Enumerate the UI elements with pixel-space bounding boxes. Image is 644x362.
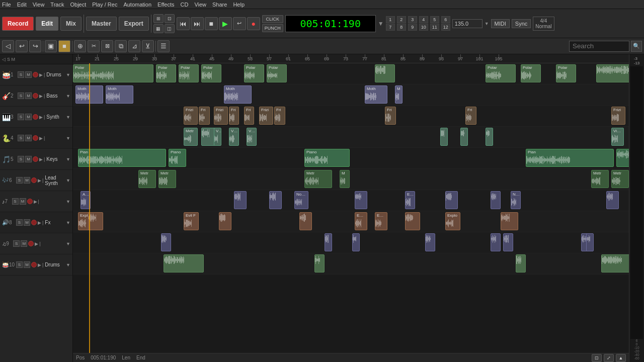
track-3-rec[interactable] [33,114,38,120]
search-icon[interactable]: 🔍 [631,41,642,52]
fit-btn[interactable]: ⊡ [592,354,602,362]
record-button[interactable]: Record [2,17,34,31]
track-6-vol[interactable]: | [42,178,43,183]
track-5-expand[interactable]: ▼ [66,157,70,162]
clip-t3-6[interactable]: Fri [274,107,285,125]
track-lane-8[interactable]: ExploEvil FEvil FEvil FExploExplo [73,211,629,232]
clip-t7-2[interactable] [269,191,282,209]
clip-t8-4[interactable] [299,212,312,230]
clip-t1-8[interactable]: Polar [521,64,541,82]
track-1-more[interactable]: ▶ [39,72,43,77]
track-3-mute[interactable]: M [25,114,32,120]
clip-t8-3[interactable] [219,212,231,230]
clip-t1-5[interactable]: Polar [267,64,287,82]
track-1-rec[interactable] [33,72,38,77]
clip-t7-9[interactable] [606,191,619,209]
num-9[interactable]: 9 [408,24,417,31]
tool-cut[interactable]: ✂ [88,40,100,52]
clip-t7-3[interactable]: Noise [294,191,308,209]
track-9-rec[interactable] [28,241,34,246]
clip-t9-4[interactable] [491,233,501,251]
track-9-solo[interactable]: S [13,240,20,247]
track-5-rec[interactable] [33,156,38,162]
track-8-solo[interactable]: S [16,219,23,226]
tool-color[interactable]: ■ [58,40,70,52]
clip-t3-9[interactable]: Frizi [611,107,625,125]
clip-t4-4[interactable]: Viper [247,128,257,146]
tool-glue[interactable]: ⊠ [101,40,113,52]
track-lane-2[interactable]: MothMothMothMothM [73,84,629,106]
clip-t4-0[interactable]: Metr [184,128,198,146]
track-2-mute[interactable]: M [25,93,32,99]
track-1-solo[interactable]: S [18,71,24,78]
tool-move[interactable]: ⊿ [128,40,140,52]
bpm-input[interactable] [452,19,482,28]
track-10-mute[interactable]: M [24,261,30,268]
track-6-solo[interactable]: S [16,177,23,184]
clip-t3-1[interactable]: Fri [199,107,210,125]
clip-t4-5[interactable] [440,128,448,146]
clip-t3-3[interactable]: Fri [229,107,239,125]
clip-t1-1[interactable]: Polar [156,64,176,82]
track-6-expand[interactable]: ▼ [66,178,70,183]
track-5-vol[interactable]: | [44,157,45,162]
prev-button[interactable]: ⏭ [191,17,204,30]
icon-btn-2[interactable]: ⊡ [165,14,175,23]
track-5-mute[interactable]: M [25,156,32,162]
menu-file[interactable]: File [2,2,11,8]
track-lane-7[interactable]: AtomNoiseEvil FNoise [73,190,629,211]
clip-t2-3[interactable]: Moth [365,85,387,104]
clip-t6-2[interactable]: Metr [304,170,332,188]
track-2-vol[interactable]: | [44,94,45,99]
track-4-more[interactable]: ▶ [39,136,43,141]
rewind-button[interactable]: ⏮ [177,17,190,30]
clip-t3-5[interactable]: Frizi [259,107,273,125]
track-8-mute[interactable]: M [24,219,30,226]
clip-t5-4[interactable] [616,149,629,167]
clip-t9-2[interactable] [352,233,360,251]
track-4-mute[interactable]: M [25,135,32,141]
track-lane-1[interactable]: PolarPolarPolarPolarPolarPolarPolarPolar… [73,63,629,84]
track-1-vol[interactable]: | [44,72,45,77]
tracks-canvas[interactable]: PolarPolarPolarPolarPolarPolarPolarPolar… [73,63,629,353]
track-10-rec[interactable] [31,262,37,267]
track-4-expand[interactable]: ▼ [66,136,70,141]
track-5-more[interactable]: ▶ [39,157,43,162]
tool-copy[interactable]: ⧉ [115,40,127,52]
clip-t5-1[interactable]: Piano [169,149,186,167]
menu-object[interactable]: Object [70,2,86,8]
clip-t8-2[interactable]: Evil F [184,212,199,230]
menu-track[interactable]: Track [50,2,64,8]
track-lane-9[interactable] [73,232,629,253]
num-5[interactable]: 5 [430,16,439,23]
track-7-mute[interactable]: M [20,198,26,205]
track-lane-3[interactable]: FriziFriFriziFriFriFriziFriFriFriFriziFr… [73,106,629,127]
clip-t10-1[interactable] [314,254,325,273]
clip-t1-6[interactable] [375,64,395,82]
clip-t9-5[interactable] [503,233,513,251]
tool-select[interactable]: ▣ [45,40,57,52]
clip-t2-0[interactable]: Moth [75,85,103,104]
track-lane-5[interactable]: PianPianoPianoPian [73,148,629,169]
clip-t8-8[interactable]: Explo [445,212,460,230]
track-7-solo[interactable]: S [12,198,19,205]
track-10-expand[interactable]: ▼ [66,262,70,267]
menu-effects[interactable]: Effects [157,2,174,8]
menu-edit[interactable]: Edit [17,2,27,8]
clip-t7-1[interactable] [234,191,247,209]
track-lane-4[interactable]: MetrViperViperViperViperViper [73,127,629,148]
num-7[interactable]: 7 [386,24,395,31]
clip-t1-3[interactable]: Polar [201,64,221,82]
clip-t8-1[interactable] [88,212,103,230]
track-3-vol[interactable]: | [44,115,45,120]
tool-snap[interactable]: ⊕ [74,40,86,52]
zoom-btn[interactable]: ⤢ [604,354,614,362]
clip-t8-9[interactable] [501,212,518,230]
clip-t7-0[interactable]: Atom [80,191,91,209]
track-9-mute[interactable]: M [21,240,27,247]
bpm-dropdown-arrow[interactable]: ▼ [485,21,489,26]
clip-t9-1[interactable] [325,233,332,251]
track-3-solo[interactable]: S [18,114,24,120]
track-7-expand[interactable]: ▼ [66,199,70,204]
clip-t1-9[interactable]: Polar [556,64,576,82]
